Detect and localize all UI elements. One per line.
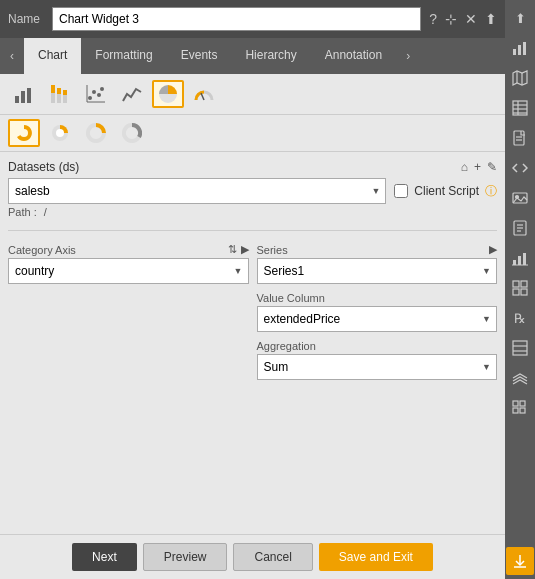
client-script-checkbox[interactable] bbox=[394, 184, 408, 198]
name-label: Name bbox=[8, 12, 44, 26]
datasets-select[interactable]: salesb bbox=[8, 178, 386, 204]
expand-icon[interactable]: ⬆ bbox=[485, 11, 497, 27]
line-chart-btn[interactable] bbox=[116, 80, 148, 108]
svg-point-18 bbox=[56, 129, 64, 137]
svg-point-9 bbox=[88, 96, 92, 100]
svg-point-16 bbox=[20, 129, 28, 137]
svg-point-11 bbox=[97, 93, 101, 97]
sidebar-expand-icon[interactable]: ⬆ bbox=[506, 4, 534, 32]
sidebar-image-icon[interactable] bbox=[506, 184, 534, 212]
svg-rect-20 bbox=[518, 45, 521, 55]
series-filter-icon[interactable]: ▶ bbox=[489, 243, 497, 256]
svg-rect-5 bbox=[57, 88, 61, 94]
svg-rect-43 bbox=[513, 281, 519, 287]
sidebar-chart-icon[interactable] bbox=[506, 34, 534, 62]
tabs-next-button[interactable]: › bbox=[396, 38, 420, 74]
tab-hierarchy[interactable]: Hierarchy bbox=[231, 38, 310, 74]
value-column-select[interactable]: extendedPrice bbox=[257, 306, 498, 332]
sidebar-report-icon[interactable] bbox=[506, 214, 534, 242]
svg-rect-4 bbox=[51, 93, 55, 103]
svg-rect-0 bbox=[15, 96, 19, 103]
sidebar-rx-icon[interactable]: ℞ bbox=[506, 304, 534, 332]
sidebar-table-icon[interactable] bbox=[506, 94, 534, 122]
svg-rect-6 bbox=[57, 94, 61, 103]
client-script-label: Client Script bbox=[414, 184, 479, 198]
category-sort-icon[interactable]: ⇅ bbox=[228, 243, 237, 256]
aggregation-select[interactable]: Sum Count Avg Min Max bbox=[257, 354, 498, 380]
donut-variant2-btn[interactable] bbox=[80, 119, 112, 147]
sidebar-layers-icon[interactable] bbox=[506, 364, 534, 392]
scatter-btn[interactable] bbox=[80, 80, 112, 108]
svg-point-10 bbox=[92, 90, 96, 94]
svg-rect-41 bbox=[523, 253, 526, 265]
chart-type-row1 bbox=[0, 74, 505, 115]
svg-marker-22 bbox=[513, 71, 527, 85]
svg-rect-52 bbox=[513, 408, 518, 413]
datasets-edit-icon[interactable]: ✎ bbox=[487, 160, 497, 174]
svg-rect-21 bbox=[523, 42, 526, 55]
svg-rect-7 bbox=[63, 90, 67, 95]
bar-chart-btn[interactable] bbox=[8, 80, 40, 108]
datasets-label: Datasets (ds) bbox=[8, 160, 79, 174]
move-icon[interactable]: ⊹ bbox=[445, 11, 457, 27]
sidebar-code-icon[interactable] bbox=[506, 154, 534, 182]
svg-point-12 bbox=[100, 87, 104, 91]
tab-events[interactable]: Events bbox=[167, 38, 232, 74]
sidebar-download-icon[interactable] bbox=[506, 547, 534, 575]
path-row: Path : / bbox=[8, 206, 497, 218]
client-script-info-icon: ⓘ bbox=[485, 183, 497, 200]
svg-rect-2 bbox=[27, 88, 31, 103]
sidebar-doc-icon[interactable] bbox=[506, 124, 534, 152]
sidebar-map-icon[interactable] bbox=[506, 64, 534, 92]
category-filter-icon[interactable]: ▶ bbox=[241, 243, 249, 256]
pie-variant-btn[interactable] bbox=[44, 119, 76, 147]
footer: Next Preview Cancel Save and Exit bbox=[0, 534, 505, 579]
svg-rect-45 bbox=[513, 289, 519, 295]
donut-chart-btn[interactable] bbox=[8, 119, 40, 147]
pie-chart-btn[interactable] bbox=[152, 80, 184, 108]
tab-formatting[interactable]: Formatting bbox=[81, 38, 166, 74]
aggregation-label: Aggregation bbox=[257, 340, 498, 352]
sidebar-component-icon[interactable] bbox=[506, 274, 534, 302]
tab-chart[interactable]: Chart bbox=[24, 38, 81, 74]
widget-name-input[interactable] bbox=[52, 7, 421, 31]
preview-button[interactable]: Preview bbox=[143, 543, 228, 571]
tabs-prev-button[interactable]: ‹ bbox=[0, 38, 24, 74]
gauge-btn[interactable] bbox=[188, 80, 220, 108]
svg-rect-1 bbox=[21, 91, 25, 103]
cancel-button[interactable]: Cancel bbox=[233, 543, 312, 571]
save-exit-button[interactable]: Save and Exit bbox=[319, 543, 433, 571]
svg-line-15 bbox=[201, 93, 204, 100]
svg-rect-50 bbox=[513, 401, 518, 406]
svg-rect-53 bbox=[520, 408, 525, 413]
series-header: Series ▶ bbox=[257, 243, 498, 256]
category-axis-select[interactable]: country bbox=[8, 258, 249, 284]
category-axis-header: Category Axis ⇅ ▶ bbox=[8, 243, 249, 256]
datasets-add-icon[interactable]: + bbox=[474, 160, 481, 174]
next-button[interactable]: Next bbox=[72, 543, 137, 571]
sidebar-grid-icon[interactable] bbox=[506, 394, 534, 422]
close-icon[interactable]: ✕ bbox=[465, 11, 477, 27]
svg-rect-44 bbox=[521, 281, 527, 287]
svg-rect-39 bbox=[513, 260, 516, 265]
tab-annotation[interactable]: Annotation bbox=[311, 38, 396, 74]
sidebar-barchart-icon[interactable] bbox=[506, 244, 534, 272]
svg-rect-46 bbox=[521, 289, 527, 295]
help-icon[interactable]: ? bbox=[429, 11, 437, 27]
donut-variant3-btn[interactable] bbox=[116, 119, 148, 147]
right-sidebar: ⬆ ℞ bbox=[505, 0, 535, 579]
stacked-bar-btn[interactable] bbox=[44, 80, 76, 108]
svg-rect-19 bbox=[513, 49, 516, 55]
svg-rect-51 bbox=[520, 401, 525, 406]
svg-rect-30 bbox=[514, 131, 524, 145]
value-column-label: Value Column bbox=[257, 292, 498, 304]
datasets-section-header: Datasets (ds) ⌂ + ✎ bbox=[8, 160, 497, 174]
svg-rect-40 bbox=[518, 256, 521, 265]
datasets-home-icon[interactable]: ⌂ bbox=[461, 160, 468, 174]
chart-type-row2 bbox=[0, 115, 505, 152]
svg-rect-8 bbox=[63, 95, 67, 103]
svg-rect-47 bbox=[513, 341, 527, 355]
svg-rect-3 bbox=[51, 85, 55, 93]
series-select[interactable]: Series1 bbox=[257, 258, 498, 284]
sidebar-table2-icon[interactable] bbox=[506, 334, 534, 362]
